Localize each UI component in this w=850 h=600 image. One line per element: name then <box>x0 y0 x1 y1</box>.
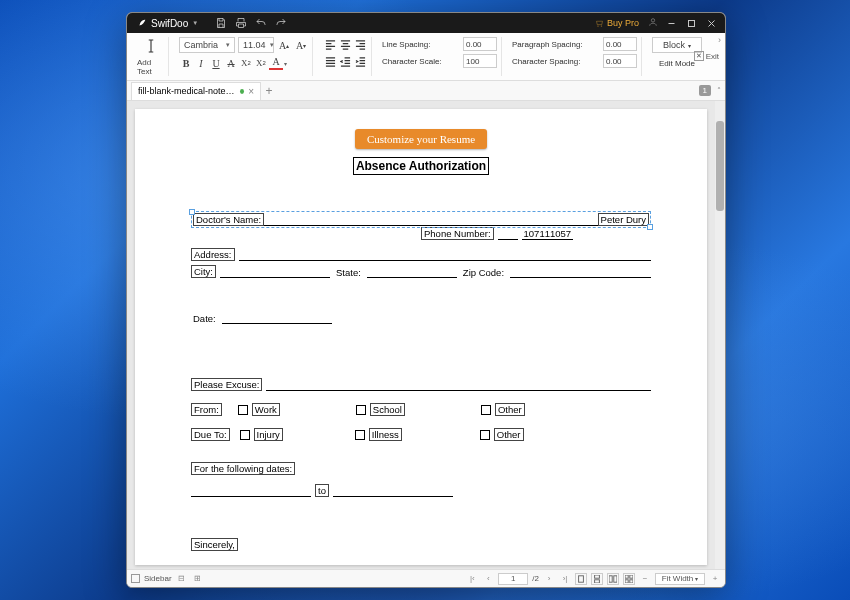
panel-toggle-icon[interactable]: ˄ <box>717 86 721 95</box>
excuse-label[interactable]: Please Excuse: <box>191 378 262 391</box>
date-line[interactable] <box>222 312 332 324</box>
page-input[interactable]: 1 <box>498 573 528 585</box>
expand-right-button[interactable]: ⊞ <box>192 574 204 583</box>
prev-page-button[interactable]: ‹ <box>482 574 494 583</box>
school-label[interactable]: School <box>370 403 405 416</box>
first-page-button[interactable]: |‹ <box>466 574 478 583</box>
para-spacing-input[interactable]: 0.00 <box>603 37 637 51</box>
zoom-out-button[interactable]: − <box>639 574 651 583</box>
date-from-line[interactable] <box>191 485 311 497</box>
customize-resume-button[interactable]: Customize your Resume <box>355 129 487 149</box>
doctor-name-label[interactable]: Doctor's Name: <box>193 213 264 226</box>
indent-decrease-button[interactable] <box>338 54 352 68</box>
align-justify-button[interactable] <box>323 54 337 68</box>
illness-checkbox[interactable] <box>355 430 365 440</box>
user-icon[interactable] <box>645 17 661 29</box>
tab-close-icon[interactable]: × <box>248 86 254 97</box>
injury-checkbox[interactable] <box>240 430 250 440</box>
date-label[interactable]: Date: <box>191 313 218 324</box>
injury-label[interactable]: Injury <box>254 428 283 441</box>
doctor-name-line[interactable] <box>264 214 597 226</box>
other1-checkbox[interactable] <box>481 405 491 415</box>
document-area: Customize your Resume Absence Authorizat… <box>127 101 725 569</box>
font-color-button[interactable]: A <box>269 56 283 70</box>
single-page-view-button[interactable] <box>575 573 587 585</box>
two-page-view-button[interactable] <box>607 573 619 585</box>
align-center-button[interactable] <box>338 37 352 51</box>
last-page-button[interactable]: ›| <box>559 574 571 583</box>
address-line[interactable] <box>239 249 652 261</box>
phone-label[interactable]: Phone Number: <box>421 227 494 240</box>
exit-button[interactable]: ✕Exit <box>694 51 719 61</box>
char-spacing-input[interactable]: 0.00 <box>603 54 637 68</box>
bold-button[interactable]: B <box>179 56 193 70</box>
to-label[interactable]: to <box>315 484 329 497</box>
print-button[interactable] <box>232 14 250 32</box>
illness-label[interactable]: Illness <box>369 428 402 441</box>
save-button[interactable] <box>212 14 230 32</box>
date-to-line[interactable] <box>333 485 453 497</box>
font-family-select[interactable]: Cambria▾ <box>179 37 235 53</box>
following-dates-label[interactable]: For the following dates: <box>191 462 295 475</box>
ribbon-expand-icon[interactable]: › <box>718 35 721 45</box>
new-tab-button[interactable]: + <box>261 84 277 98</box>
subscript-button[interactable]: X2 <box>254 56 268 70</box>
increase-font-button[interactable]: A▴ <box>277 38 291 52</box>
app-menu-dropdown-icon[interactable]: ▼ <box>192 20 198 26</box>
document-page[interactable]: Customize your Resume Absence Authorizat… <box>135 109 707 565</box>
close-button[interactable] <box>701 14 721 32</box>
doctor-name-field[interactable]: Peter Dury <box>598 213 649 226</box>
document-tab[interactable]: fill-blank-medical-note-templ… × <box>131 82 261 100</box>
line-spacing-input[interactable]: 0.00 <box>463 37 497 51</box>
school-checkbox[interactable] <box>356 405 366 415</box>
grid-view-button[interactable] <box>623 573 635 585</box>
align-left-button[interactable] <box>323 37 337 51</box>
page-number-badge: 1 <box>699 85 711 96</box>
svg-rect-5 <box>609 575 612 581</box>
char-scale-input[interactable]: 100 <box>463 54 497 68</box>
scrollbar-thumb[interactable] <box>716 121 724 211</box>
zip-line[interactable] <box>510 266 651 278</box>
other1-label[interactable]: Other <box>495 403 525 416</box>
city-line[interactable] <box>220 266 330 278</box>
state-line[interactable] <box>367 266 457 278</box>
sidebar-checkbox[interactable] <box>131 574 140 583</box>
superscript-button[interactable]: X2 <box>239 56 253 70</box>
indent-increase-button[interactable] <box>353 54 367 68</box>
continuous-view-button[interactable] <box>591 573 603 585</box>
from-label[interactable]: From: <box>191 403 222 416</box>
work-checkbox[interactable] <box>238 405 248 415</box>
buy-pro-button[interactable]: Buy Pro <box>595 18 639 28</box>
strikethrough-button[interactable]: A <box>224 56 238 70</box>
undo-button[interactable] <box>252 14 270 32</box>
document-title[interactable]: Absence Authorization <box>353 157 489 175</box>
add-text-button[interactable]: Add Text <box>133 37 169 76</box>
next-page-button[interactable]: › <box>543 574 555 583</box>
vertical-scrollbar[interactable] <box>715 101 725 569</box>
italic-button[interactable]: I <box>194 56 208 70</box>
city-label[interactable]: City: <box>191 265 216 278</box>
selected-text-row[interactable]: Doctor's Name: Peter Dury <box>191 211 651 228</box>
minimize-button[interactable] <box>661 14 681 32</box>
zip-label[interactable]: Zip Code: <box>461 267 506 278</box>
work-label[interactable]: Work <box>252 403 280 416</box>
underline-button[interactable]: U <box>209 56 223 70</box>
font-color-dropdown-icon[interactable]: ▾ <box>284 60 287 67</box>
address-label[interactable]: Address: <box>191 248 235 261</box>
other2-checkbox[interactable] <box>480 430 490 440</box>
font-size-select[interactable]: 11.04▾ <box>238 37 274 53</box>
svg-rect-7 <box>625 575 628 578</box>
excuse-line[interactable] <box>266 379 651 391</box>
zoom-mode-select[interactable]: Fit Width▾ <box>655 573 705 585</box>
collapse-left-button[interactable]: ⊟ <box>176 574 188 583</box>
align-right-button[interactable] <box>353 37 367 51</box>
other2-label[interactable]: Other <box>494 428 524 441</box>
sincerely-label[interactable]: Sincerely, <box>191 538 238 551</box>
zoom-in-button[interactable]: + <box>709 574 721 583</box>
decrease-font-button[interactable]: A▾ <box>294 38 308 52</box>
dueto-label[interactable]: Due To: <box>191 428 230 441</box>
redo-button[interactable] <box>272 14 290 32</box>
maximize-button[interactable] <box>681 14 701 32</box>
phone-field[interactable]: 107111057 <box>522 228 574 240</box>
state-label[interactable]: State: <box>334 267 363 278</box>
